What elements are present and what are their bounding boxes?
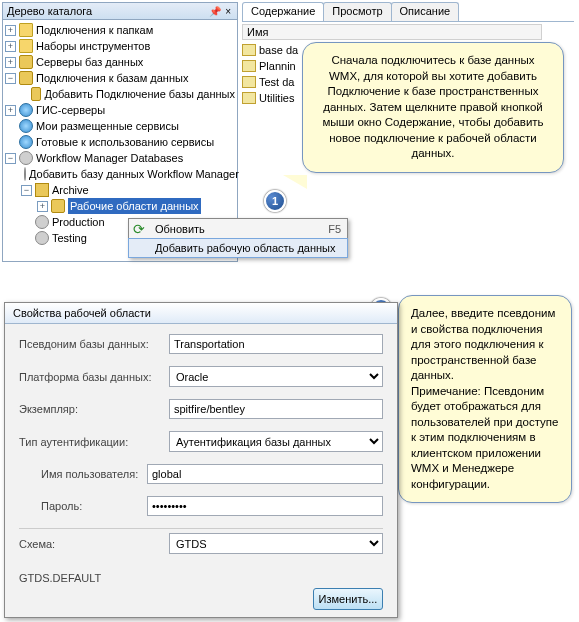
expander-icon[interactable]: +: [5, 57, 16, 68]
item-icon: [242, 44, 256, 56]
platform-label: Платформа базы данных:: [19, 371, 169, 383]
pin-icon[interactable]: 📌: [207, 6, 223, 17]
column-header-name[interactable]: Имя: [242, 24, 542, 40]
add-wmx-db-icon: [24, 167, 26, 181]
instance-input[interactable]: [169, 399, 383, 419]
step-badge-1: 1: [264, 190, 286, 212]
tree-item[interactable]: Готовые к использованию сервисы: [36, 134, 214, 150]
list-item[interactable]: Plannin: [259, 60, 296, 72]
callout-1: Сначала подключитесь к базе данных WMX, …: [302, 42, 564, 173]
schema-label: Схема:: [19, 538, 169, 550]
change-button[interactable]: Изменить...: [313, 588, 383, 610]
item-icon: [242, 92, 256, 104]
item-icon: [242, 76, 256, 88]
toolbox-icon: [19, 39, 33, 53]
tree-item[interactable]: Testing: [52, 230, 87, 246]
workspace-icon: [51, 199, 65, 213]
schema-default-text: GTDS.DEFAULT: [5, 572, 397, 588]
workspace-properties-dialog: Свойства рабочей области Псевдоним базы …: [4, 302, 398, 618]
tree-item[interactable]: Workflow Manager Databases: [36, 150, 183, 166]
add-db-icon: [31, 87, 41, 101]
tree-item[interactable]: Подключения к папкам: [36, 22, 153, 38]
content-list[interactable]: base da Plannin Test da Utilities: [242, 42, 302, 106]
expander-icon[interactable]: −: [5, 153, 16, 164]
testing-icon: [35, 231, 49, 245]
production-icon: [35, 215, 49, 229]
db-server-icon: [19, 55, 33, 69]
menu-add-workspace[interactable]: Добавить рабочую область данных: [128, 238, 348, 258]
menu-refresh-label: Обновить: [155, 223, 205, 235]
tree-item[interactable]: Серверы баз данных: [36, 54, 143, 70]
schema-select[interactable]: GTDS: [169, 533, 383, 554]
alias-label: Псевдоним базы данных:: [19, 338, 169, 350]
tab-description[interactable]: Описание: [391, 2, 460, 22]
expander-icon[interactable]: +: [5, 41, 16, 52]
archive-icon: [35, 183, 49, 197]
refresh-icon: [133, 221, 149, 237]
menu-refresh-shortcut: F5: [328, 223, 341, 235]
user-label: Имя пользователя:: [19, 468, 147, 480]
item-icon: [242, 60, 256, 72]
expander-icon[interactable]: −: [5, 73, 16, 84]
expander-icon[interactable]: +: [5, 105, 16, 116]
context-menu: Обновить F5 Добавить рабочую область дан…: [128, 218, 348, 258]
hosted-services-icon: [19, 119, 33, 133]
folder-icon: [19, 23, 33, 37]
user-input[interactable]: [147, 464, 383, 484]
gis-server-icon: [19, 103, 33, 117]
expander-icon[interactable]: +: [37, 201, 48, 212]
platform-select[interactable]: Oracle: [169, 366, 383, 387]
alias-input[interactable]: [169, 334, 383, 354]
content-tabs: Содержание Просмотр Описание: [242, 2, 458, 22]
menu-add-workspace-label: Добавить рабочую область данных: [155, 242, 336, 254]
ready-services-icon: [19, 135, 33, 149]
dialog-title: Свойства рабочей области: [5, 303, 397, 324]
list-item[interactable]: Utilities: [259, 92, 294, 104]
expander-icon[interactable]: −: [21, 185, 32, 196]
tree-item[interactable]: Наборы инструментов: [36, 38, 150, 54]
catalog-title-text: Дерево каталога: [7, 5, 92, 17]
tab-contents[interactable]: Содержание: [242, 2, 324, 22]
callout-1-tail: [283, 175, 307, 189]
db-conn-icon: [19, 71, 33, 85]
instance-label: Экземпляр:: [19, 403, 169, 415]
tree-item[interactable]: Добавить Подключение базы данных: [44, 86, 235, 102]
menu-refresh[interactable]: Обновить F5: [129, 219, 347, 239]
catalog-title-bar: Дерево каталога 📌 ×: [3, 3, 237, 20]
tree-item[interactable]: Archive: [52, 182, 89, 198]
tab-preview[interactable]: Просмотр: [323, 2, 391, 22]
expander-icon[interactable]: +: [5, 25, 16, 36]
tree-item[interactable]: Мои размещенные сервисы: [36, 118, 179, 134]
list-item[interactable]: base da: [259, 44, 298, 56]
auth-label: Тип аутентификации:: [19, 436, 169, 448]
list-item[interactable]: Test da: [259, 76, 294, 88]
pass-input[interactable]: [147, 496, 383, 516]
tree-item[interactable]: ГИС-серверы: [36, 102, 105, 118]
tree-item-selected[interactable]: Рабочие области данных: [68, 198, 201, 214]
tree-item[interactable]: Production: [52, 214, 105, 230]
tree-item[interactable]: Добавить базу данных Workflow Manager: [29, 166, 239, 182]
auth-select[interactable]: Аутентификация базы данных: [169, 431, 383, 452]
wmx-db-icon: [19, 151, 33, 165]
catalog-tree[interactable]: +Подключения к папкам +Наборы инструмент…: [3, 20, 237, 248]
callout-2: Далее, введите псевдоним и свойства подк…: [398, 295, 572, 503]
close-icon[interactable]: ×: [223, 6, 233, 17]
tree-item[interactable]: Подключения к базам данных: [36, 70, 188, 86]
pass-label: Пароль:: [19, 500, 147, 512]
